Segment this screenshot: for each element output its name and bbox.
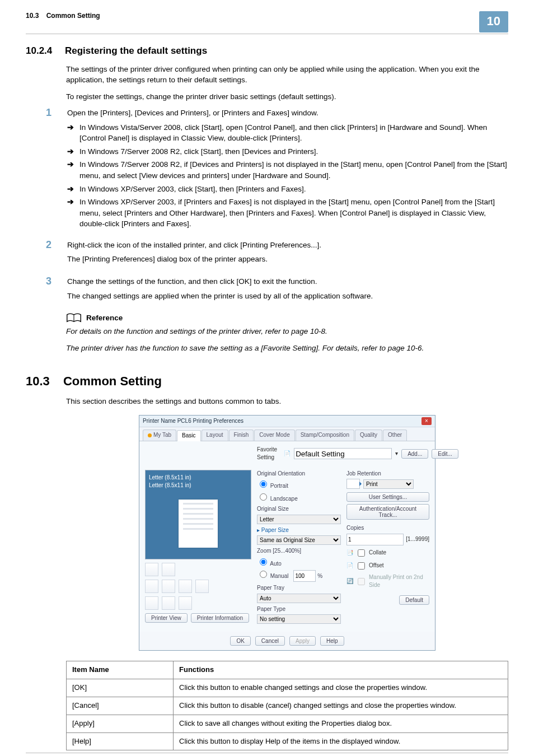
header-sec-title: Common Setting [46,12,100,20]
ok-button[interactable]: OK [230,636,250,646]
close-icon[interactable]: × [421,417,432,425]
original-size-select[interactable]: Letter [257,515,341,524]
copies-label: Copies [346,524,429,533]
edit-button[interactable]: Edit... [432,449,458,459]
zoom-label: Zoom [25...400%] [257,547,341,556]
paper-size-label: ▸ Paper Size [257,526,341,535]
reference-line: The printer driver has the function to s… [66,343,508,354]
option-icon[interactable] [162,580,175,593]
auth-track-button[interactable]: Authentication/Account Track... [346,504,429,520]
option-icon[interactable] [145,580,158,593]
preview-caption: Letter (8.5x11 in) [149,482,247,490]
orientation-label: Original Orientation [257,470,341,478]
subsection-num: 10.2.4 [26,45,52,56]
job-retention-label: Job Retention [346,470,429,478]
help-button[interactable]: Help [320,636,344,646]
page-footer: bizhub 42/36 10-6 [26,753,508,756]
tab-covermode[interactable]: Cover Mode [254,430,294,441]
section-title: Common Setting [63,374,162,388]
paper-tray-select[interactable]: Auto [257,594,341,603]
zoom-manual-radio[interactable] [260,571,267,578]
paper-tray-label: Paper Tray [257,584,341,592]
table-head-func: Functions [174,661,508,679]
paper-type-select[interactable]: No setting [257,614,341,624]
tab-mytab[interactable]: My Tab [143,430,176,441]
option-icon[interactable] [162,596,175,610]
steps-list: 1 Open the [Printers], [Devices and Prin… [46,108,508,305]
arrow-icon: ➔ [67,159,76,181]
step-arrow: In Windows XP/Server 2003, if [Printers … [79,197,508,230]
step-lead: Open the [Printers], [Devices and Printe… [67,108,508,119]
tab-stamp[interactable]: Stamp/Composition [296,430,354,441]
printer-icon[interactable] [145,563,158,576]
portrait-radio[interactable] [260,480,267,488]
table-row: [Apply]Click to save all changes without… [67,715,508,732]
table-row: [OK]Click this button to enable changed … [67,679,508,697]
offset-checkbox[interactable] [358,562,365,570]
option-icon[interactable] [179,596,192,610]
job-retention-select[interactable]: Print [363,479,414,489]
zoom-auto-radio[interactable] [260,558,267,566]
table-row: [Cancel]Click this button to disable (ca… [67,697,508,715]
arrow-icon: ➔ [67,122,76,144]
subsection-heading: 10.2.4 Registering the default settings [26,44,508,58]
favorite-setting-label: Favorite Setting [257,446,277,462]
tab-finish[interactable]: Finish [229,430,254,441]
tab-quality[interactable]: Quality [355,430,382,441]
dialog-title: Printer Name PCL6 Printing Preferences [143,417,243,426]
original-size-label: Original Size [257,505,341,514]
printer-icon [346,479,360,489]
printer-view-button[interactable]: Printer View [145,613,188,623]
step-arrow: In Windows 7/Server 2008 R2, click [Star… [79,146,508,157]
tab-basic[interactable]: Basic [177,430,200,441]
manual-2nd-checkbox [358,578,365,585]
step-arrow: In Windows Vista/Server 2008, click [Sta… [79,122,508,144]
default-setting-icon: 📄 [284,450,291,458]
zoom-value-input[interactable] [293,570,316,582]
default-button[interactable]: Default [399,595,429,605]
step-arrow: In Windows 7/Server 2008 R2, if [Devices… [79,159,508,181]
favorite-setting-select[interactable] [294,448,392,459]
option-icon[interactable] [145,596,158,610]
copies-input[interactable] [346,534,404,545]
preview-caption: Letter (8.5x11 in) [149,474,247,482]
offset-icon: 📄 [346,562,353,570]
step-number: 2 [46,240,66,268]
step-arrow: In Windows XP/Server 2003, click [Start]… [79,184,508,195]
arrow-icon: ➔ [67,146,76,157]
apply-button[interactable]: Apply [289,636,316,646]
landscape-radio[interactable] [260,493,267,501]
add-button[interactable]: Add... [401,449,428,459]
preview-icons [145,559,251,576]
option-icon[interactable] [195,580,209,593]
table-row: [Help]Click this button to display Help … [67,732,508,750]
section-intro: This section describes the settings and … [66,396,508,407]
printing-preferences-screenshot: Printer Name PCL6 Printing Preferences ×… [139,415,435,651]
reference-label: Reference [86,312,123,324]
arrow-icon: ➔ [67,197,76,230]
user-settings-button[interactable]: User Settings... [346,492,429,502]
paper-type-label: Paper Type [257,605,341,614]
page-preview: Letter (8.5x11 in) Letter (8.5x11 in) [145,470,251,559]
collate-icon: 📑 [346,549,353,557]
section-num: 10.3 [26,374,50,388]
printer-info-button[interactable]: Printer Information [191,613,249,623]
dialog-tabs: My Tab Basic Layout Finish Cover Mode St… [139,427,435,441]
step-number: 3 [46,276,66,305]
option-icon[interactable] [179,580,192,593]
header-sec-no: 10.3 [26,12,39,20]
collate-checkbox[interactable] [358,549,365,557]
step-lead: Change the settings of the function, and… [67,276,508,287]
step-after: The changed settings are applied when th… [67,291,508,302]
copies-range: [1...9999] [406,535,429,544]
cancel-button[interactable]: Cancel [255,636,285,646]
paper-size-select[interactable]: Same as Original Size [257,535,341,545]
tab-layout[interactable]: Layout [202,430,228,441]
tab-other[interactable]: Other [383,430,407,441]
page-header: 10.3 Common Setting 10 [26,11,508,34]
duplex-icon: 🔄 [346,577,353,586]
paper-icon[interactable] [162,563,175,576]
step-number: 1 [46,108,66,232]
reference-icon [66,312,82,324]
reference-line: For details on the function and settings… [66,326,508,337]
